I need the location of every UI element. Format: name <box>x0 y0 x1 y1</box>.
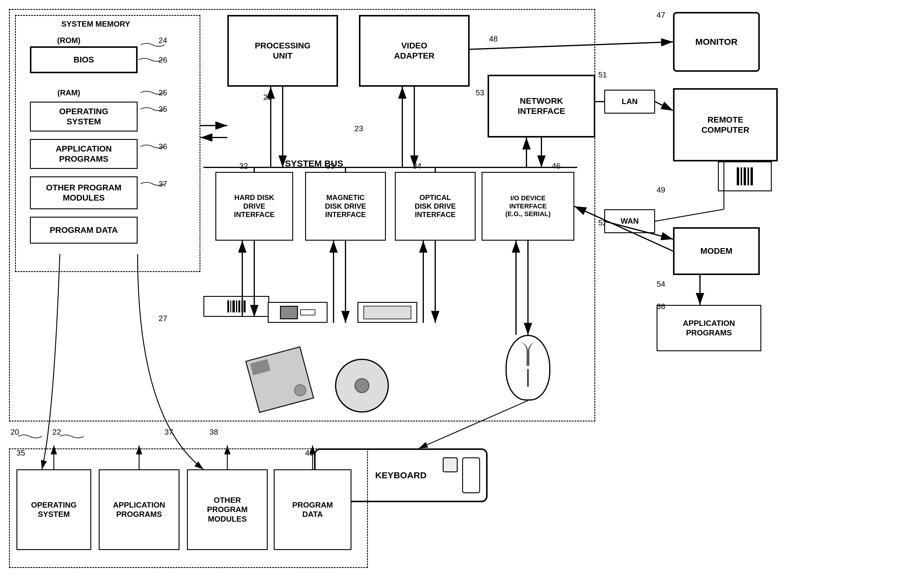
num-51: 51 <box>598 70 607 79</box>
num-32: 32 <box>239 161 248 171</box>
num-38-bottom: 38 <box>210 427 218 437</box>
num-25: 25 <box>158 88 167 97</box>
num-48: 48 <box>489 35 498 44</box>
num-35-mem: 35 <box>158 105 167 114</box>
wan-label: WAN <box>621 216 639 226</box>
optical-disk-drive-interface-box: OPTICAL DISK DRIVE INTERFACE <box>395 172 475 240</box>
svg-line-28 <box>655 209 724 221</box>
num-49: 49 <box>657 185 665 194</box>
app-programs-remote-box: APPLICATION PROGRAMS <box>657 305 761 351</box>
io-device-interface-box: I/O DEVICE INTERFACE (E.G., SERIAL) <box>482 172 574 240</box>
network-interface-label: NETWORK INTERFACE <box>518 96 565 116</box>
num-47: 47 <box>657 10 665 20</box>
num-27: 27 <box>158 314 167 323</box>
program-data-bottom-label: PROGRAM DATA <box>292 501 333 519</box>
rom-label: (ROM) <box>39 36 99 45</box>
optical-disk-device <box>358 302 417 323</box>
num-53: 53 <box>475 88 484 97</box>
modem-label: MODEM <box>700 246 732 256</box>
diagram: SYSTEM MEMORY (ROM) BIOS (RAM) OPERATING… <box>0 0 924 588</box>
keyboard-label: KEYBOARD <box>375 470 427 480</box>
app-programs-label: APPLICATION PROGRAMS <box>56 144 112 164</box>
bios-label: BIOS <box>74 55 94 65</box>
num-33: 33 <box>326 161 335 171</box>
ram-label: (RAM) <box>39 88 99 97</box>
processing-unit-label: PROCESSING UNIT <box>255 41 311 61</box>
num-36-mem: 36 <box>158 142 167 151</box>
os-label: OPERATING SYSTEM <box>59 106 108 127</box>
hard-disk-drive-interface-box: HARD DISK DRIVE INTERFACE <box>215 172 293 240</box>
mouse-device <box>505 335 550 400</box>
other-modules-bottom-label: OTHER PROGRAM MODULES <box>207 496 248 524</box>
app-programs-box: APPLICATION PROGRAMS <box>30 139 138 169</box>
num-40: 40 <box>305 448 314 458</box>
app-programs-bottom-box: APPLICATION PROGRAMS <box>99 469 180 550</box>
hard-disk-device <box>203 296 269 317</box>
program-data-box: PROGRAM DATA <box>30 217 138 244</box>
floppy-disk-device <box>268 302 328 323</box>
num-54: 54 <box>657 280 665 289</box>
monitor-label: MONITOR <box>695 37 738 47</box>
app-programs-bottom-label: APPLICATION PROGRAMS <box>113 501 165 519</box>
num-20: 20 <box>10 427 19 437</box>
num-37-bottom: 37 <box>165 427 173 437</box>
other-modules-bottom-box: OTHER PROGRAM MODULES <box>187 469 268 550</box>
system-memory-label: SYSTEM MEMORY <box>39 20 153 29</box>
io-device-interface-label: I/O DEVICE INTERFACE (E.G., SERIAL) <box>505 194 551 218</box>
magnetic-disk-interface-label: MAGNETIC DISK DRIVE INTERFACE <box>325 193 366 219</box>
os-box: OPERATING SYSTEM <box>30 102 138 132</box>
app-programs-remote-label: APPLICATION PROGRAMS <box>683 319 735 337</box>
bios-box: BIOS <box>30 46 138 73</box>
magnetic-disk-drive-interface-box: MAGNETIC DISK DRIVE INTERFACE <box>305 172 386 240</box>
cd-disc <box>335 359 389 413</box>
svg-line-26 <box>655 102 673 110</box>
modem-box: MODEM <box>673 227 760 275</box>
remote-device-small <box>718 161 772 191</box>
video-adapter-label: VIDEO ADAPTER <box>394 41 434 61</box>
lan-box: LAN <box>604 90 655 114</box>
num-37-mem: 37 <box>158 180 167 189</box>
os-bottom-box: OPERATING SYSTEM <box>16 469 91 550</box>
monitor-box: MONITOR <box>673 12 760 72</box>
num-22: 22 <box>52 427 61 437</box>
num-21: 21 <box>263 93 272 102</box>
num-34: 34 <box>413 161 421 171</box>
num-26: 26 <box>158 55 167 64</box>
num-24: 24 <box>158 36 167 45</box>
wan-box: WAN <box>604 209 655 233</box>
network-interface-box: NETWORK INTERFACE <box>488 75 595 138</box>
num-36-bottom: 36 <box>657 302 665 311</box>
program-data-label: PROGRAM DATA <box>50 225 118 235</box>
remote-computer-label: REMOTE COMPUTER <box>701 115 749 135</box>
lan-label: LAN <box>622 97 637 106</box>
optical-disk-interface-label: OPTICAL DISK DRIVE INTERFACE <box>414 193 455 219</box>
other-modules-label: OTHER PROGRAM MODULES <box>46 183 121 203</box>
processing-unit-box: PROCESSING UNIT <box>227 15 338 87</box>
num-23: 23 <box>355 124 363 133</box>
num-46: 46 <box>552 161 561 171</box>
other-modules-box: OTHER PROGRAM MODULES <box>30 176 138 209</box>
remote-computer-box: REMOTE COMPUTER <box>673 88 778 161</box>
video-adapter-box: VIDEO ADAPTER <box>359 15 470 87</box>
num-35-bottom: 35 <box>16 448 25 458</box>
os-bottom-label: OPERATING SYSTEM <box>31 501 77 519</box>
program-data-bottom-box: PROGRAM DATA <box>274 469 351 550</box>
hard-disk-interface-label: HARD DISK DRIVE INTERFACE <box>234 193 275 219</box>
